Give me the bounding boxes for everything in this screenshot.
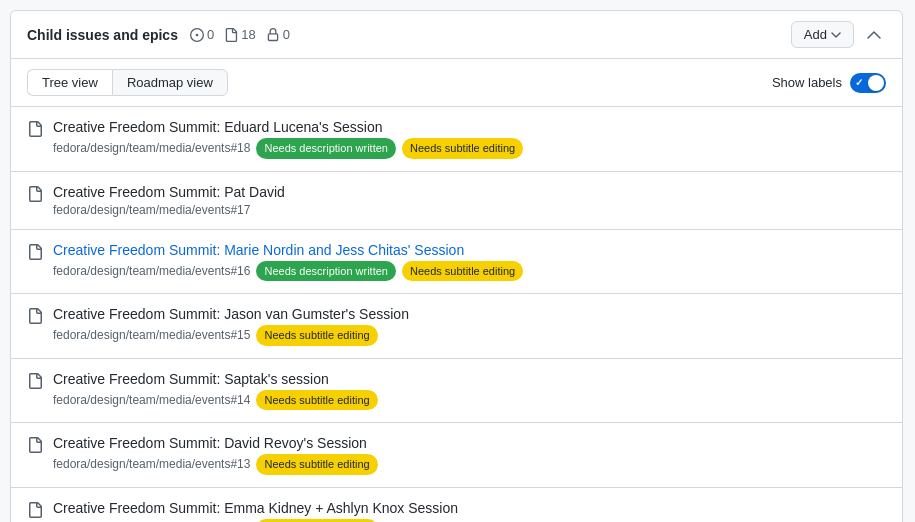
issue-label-needs_subtitle: Needs subtitle editing	[256, 390, 377, 411]
issue-meta-row: fedora/design/team/media/events#18Needs …	[53, 138, 523, 159]
add-button[interactable]: Add	[791, 21, 854, 48]
panel-header: Child issues and epics 0 18 0 Add	[11, 11, 902, 59]
issue-icon	[190, 28, 204, 42]
issue-title[interactable]: Creative Freedom Summit: Marie Nordin an…	[53, 242, 523, 258]
issue-item: Creative Freedom Summit: Marie Nordin an…	[11, 230, 902, 295]
chevron-down-icon	[831, 30, 841, 40]
page-count-item: 18	[224, 27, 255, 42]
issue-type-icon	[27, 437, 43, 457]
issue-type-icon	[27, 502, 43, 522]
show-labels-control: Show labels ✓	[772, 73, 886, 93]
page-icon	[224, 28, 238, 42]
issue-content: Creative Freedom Summit: Emma Kidney + A…	[53, 500, 458, 523]
header-meta: 0 18 0	[190, 27, 290, 42]
issue-type-icon	[27, 308, 43, 328]
toolbar: Tree view Roadmap view Show labels ✓	[11, 59, 902, 107]
issue-type-icon	[27, 121, 43, 141]
issue-item: Creative Freedom Summit: Jason van Gumst…	[11, 294, 902, 359]
lock-icon	[266, 28, 280, 42]
child-issues-panel: Child issues and epics 0 18 0 Add	[10, 10, 903, 522]
issue-title: Creative Freedom Summit: Saptak's sessio…	[53, 371, 378, 387]
issue-label-needs_description: Needs description written	[256, 138, 396, 159]
tab-tree-view[interactable]: Tree view	[27, 69, 112, 96]
issue-label-needs_subtitle: Needs subtitle editing	[402, 138, 523, 159]
chevron-up-icon	[866, 27, 882, 43]
issue-count-item: 0	[190, 27, 214, 42]
issue-type-icon	[27, 244, 43, 264]
header-right: Add	[791, 21, 886, 48]
lock-count-item: 0	[266, 27, 290, 42]
issue-item: Creative Freedom Summit: Eduard Lucena's…	[11, 107, 902, 172]
issue-ref: fedora/design/team/media/events#15	[53, 328, 250, 342]
issue-meta-row: fedora/design/team/media/events#12Needs …	[53, 519, 458, 523]
issue-meta-row: fedora/design/team/media/events#15Needs …	[53, 325, 409, 346]
issue-meta-row: fedora/design/team/media/events#16Needs …	[53, 261, 523, 282]
issue-label-needs_subtitle: Needs subtitle editing	[256, 454, 377, 475]
issue-label-needs_description: Needs description written	[256, 261, 396, 282]
issue-meta-row: fedora/design/team/media/events#13Needs …	[53, 454, 378, 475]
issue-ref: fedora/design/team/media/events#17	[53, 203, 250, 217]
lock-count: 0	[283, 27, 290, 42]
issue-meta-row: fedora/design/team/media/events#17	[53, 203, 285, 217]
issue-label-needs_subtitle: Needs subtitle editing	[256, 519, 377, 523]
issue-content: Creative Freedom Summit: Eduard Lucena's…	[53, 119, 523, 159]
issue-ref: fedora/design/team/media/events#18	[53, 141, 250, 155]
issue-label-needs_subtitle: Needs subtitle editing	[256, 325, 377, 346]
issue-item: Creative Freedom Summit: Emma Kidney + A…	[11, 488, 902, 523]
issue-ref: fedora/design/team/media/events#13	[53, 457, 250, 471]
issue-count: 0	[207, 27, 214, 42]
issue-title: Creative Freedom Summit: Pat David	[53, 184, 285, 200]
issue-content: Creative Freedom Summit: Pat Davidfedora…	[53, 184, 285, 217]
issue-ref: fedora/design/team/media/events#16	[53, 264, 250, 278]
issue-content: Creative Freedom Summit: Marie Nordin an…	[53, 242, 523, 282]
issue-title: Creative Freedom Summit: David Revoy's S…	[53, 435, 378, 451]
issue-meta-row: fedora/design/team/media/events#14Needs …	[53, 390, 378, 411]
show-labels-toggle[interactable]: ✓	[850, 73, 886, 93]
add-label: Add	[804, 27, 827, 42]
issue-type-icon	[27, 373, 43, 393]
view-tabs: Tree view Roadmap view	[27, 69, 228, 96]
toggle-checkmark: ✓	[855, 77, 863, 88]
tab-roadmap-view[interactable]: Roadmap view	[112, 69, 228, 96]
header-left: Child issues and epics 0 18 0	[27, 27, 290, 43]
issue-label-needs_subtitle: Needs subtitle editing	[402, 261, 523, 282]
show-labels-text: Show labels	[772, 75, 842, 90]
issue-content: Creative Freedom Summit: Jason van Gumst…	[53, 306, 409, 346]
issue-list: Creative Freedom Summit: Eduard Lucena's…	[11, 107, 902, 522]
collapse-button[interactable]	[862, 23, 886, 47]
issue-title: Creative Freedom Summit: Eduard Lucena's…	[53, 119, 523, 135]
issue-content: Creative Freedom Summit: David Revoy's S…	[53, 435, 378, 475]
issue-content: Creative Freedom Summit: Saptak's sessio…	[53, 371, 378, 411]
issue-item: Creative Freedom Summit: Pat Davidfedora…	[11, 172, 902, 230]
issue-type-icon	[27, 186, 43, 206]
panel-title: Child issues and epics	[27, 27, 178, 43]
issue-item: Creative Freedom Summit: Saptak's sessio…	[11, 359, 902, 424]
issue-title: Creative Freedom Summit: Emma Kidney + A…	[53, 500, 458, 516]
issue-title: Creative Freedom Summit: Jason van Gumst…	[53, 306, 409, 322]
issue-item: Creative Freedom Summit: David Revoy's S…	[11, 423, 902, 488]
page-count: 18	[241, 27, 255, 42]
issue-ref: fedora/design/team/media/events#14	[53, 393, 250, 407]
